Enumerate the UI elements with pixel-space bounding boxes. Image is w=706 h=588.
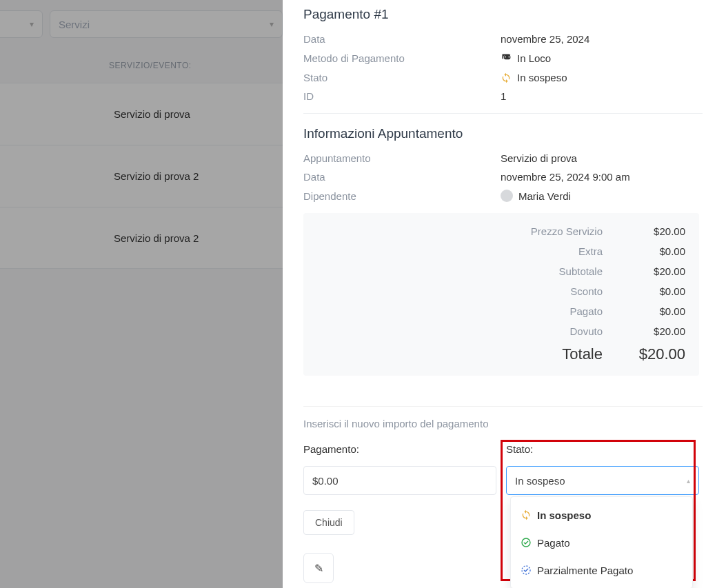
price-value: $0.00 [603, 285, 685, 297]
price-label: Sconto [317, 285, 603, 297]
price-label: Subtotale [317, 265, 603, 277]
value-method: In Loco [501, 52, 551, 65]
total-value: $20.00 [603, 345, 685, 363]
refresh-icon [521, 509, 532, 520]
appointment-title: Informazioni Appuntamento [303, 126, 703, 141]
price-value: $20.00 [603, 225, 685, 237]
label-date: Data [303, 33, 501, 45]
chevron-up-icon: ▴ [687, 477, 690, 485]
value-status: In sospeso [501, 72, 567, 83]
value-date: novembre 25, 2024 [501, 33, 589, 45]
svg-point-1 [522, 566, 530, 574]
edit-button[interactable]: ✎ [303, 553, 334, 583]
price-label: Extra [317, 245, 603, 257]
price-value: $20.00 [603, 325, 685, 337]
state-option-in-sospeso[interactable]: In sospeso [511, 501, 692, 529]
value-appointment: Servizio di prova [501, 152, 577, 164]
payment-field-label: Pagamento: [303, 443, 496, 455]
modal-overlay[interactable] [0, 0, 283, 588]
refresh-icon [501, 72, 512, 83]
value-employee: Maria Verdi [501, 190, 571, 202]
check-circle-icon [521, 537, 532, 548]
price-breakdown: Prezzo Servizio$20.00 Extra$0.00 Subtota… [303, 213, 699, 376]
in-loco-icon [501, 52, 512, 65]
price-label: Prezzo Servizio [317, 225, 603, 237]
price-label: Pagato [317, 305, 603, 317]
entry-instruction: Inserisci il nuovo importo del pagamento [303, 418, 703, 429]
price-value: $0.00 [603, 245, 685, 257]
state-option-pagato[interactable]: Pagato [511, 529, 692, 556]
label-appt-date: Data [303, 171, 501, 183]
close-button[interactable]: Chiudi [303, 510, 354, 535]
pencil-icon: ✎ [314, 562, 323, 575]
label-status: Stato [303, 72, 501, 83]
panel-title: Pagamento #1 [303, 7, 703, 22]
price-label: Dovuto [317, 325, 603, 337]
payment-input[interactable]: $0.00 [303, 466, 496, 495]
divider [303, 113, 703, 114]
state-field-label: Stato: [506, 443, 699, 455]
state-dropdown: In sospeso Pagato Parzialmente Pagato [510, 496, 693, 588]
label-employee: Dipendente [303, 190, 501, 202]
value-id: 1 [501, 90, 506, 102]
svg-point-0 [522, 538, 530, 547]
label-method: Metodo di Pagamento [303, 52, 501, 64]
price-value: $20.00 [603, 265, 685, 277]
state-select[interactable]: In sospeso ▴ [506, 466, 699, 495]
state-option-parzialmente-pagato[interactable]: Parzialmente Pagato [511, 556, 692, 584]
partial-circle-icon [521, 565, 532, 576]
label-id: ID [303, 90, 501, 102]
value-appt-date: novembre 25, 2024 9:00 am [501, 171, 630, 183]
price-value: $0.00 [603, 305, 685, 317]
label-appointment: Appuntamento [303, 152, 501, 164]
avatar [501, 190, 513, 202]
total-label: Totale [317, 345, 603, 363]
